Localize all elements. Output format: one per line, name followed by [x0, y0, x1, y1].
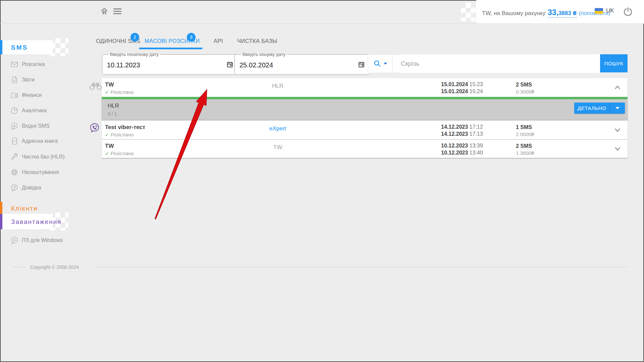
top-bar: TW, на Вашому рахунку 33,3883 ₴ (поповни…: [0, 0, 644, 24]
campaign-price: 2.0000₴: [516, 131, 534, 137]
copyright-dash: [13, 267, 26, 267]
sidebar-item-finansy[interactable]: Фінанси: [0, 87, 87, 103]
sidebar-item-label: Налаштування: [22, 169, 59, 175]
search-scope-dropdown[interactable]: [368, 55, 392, 73]
campaign-sms-count: 1 SMS: [516, 124, 532, 130]
binoculars-icon: [89, 81, 102, 90]
campaign-status: ✓Розіслано: [105, 132, 134, 137]
campaign-row[interactable]: Test viber-тест ✓Розіслано eXpert 14.12.…: [102, 121, 628, 139]
expansion-title: HLR: [108, 103, 119, 109]
sidebar-item-dovidka[interactable]: Довідка: [0, 180, 87, 195]
pie-chart-icon: [10, 107, 18, 115]
sidebar-item-label: Розсилка: [22, 61, 45, 67]
campaign-sms-count: 2 SMS: [516, 82, 532, 88]
campaign-price: 1.3800₴: [516, 150, 534, 156]
campaign-channel: TW: [256, 144, 300, 151]
account-label: TW, на Вашому рахунку: [482, 10, 545, 17]
copyright-text: Copyright © 2008-2024: [30, 264, 79, 270]
sidebar-item-vhidni-sms[interactable]: Вхідні SMS: [0, 118, 87, 134]
chevron-down-icon: [384, 63, 387, 65]
app-window: TW, на Вашому рахунку 33,3883 ₴ (поповни…: [0, 0, 644, 362]
campaign-status: ✓Розіслано: [105, 150, 134, 156]
check-icon: ✓: [105, 132, 109, 137]
calendar-icon: [358, 61, 365, 68]
campaign-row[interactable]: TW ✓Розіслано TW 10.12.2023 13:39 10.12.…: [102, 140, 628, 158]
hamburger-icon: [113, 8, 121, 14]
campaign-price: 0.3000₴: [516, 89, 534, 95]
inbox-bubble-icon: [10, 122, 18, 130]
progress-bar: [102, 97, 628, 99]
detail-split-button: ДЕТАЛЬНО: [574, 103, 625, 114]
tab-bar: ОДИНОЧНІ SMS 2 МАСОВІ РОЗСИЛКИ 3 API ЧИС…: [0, 33, 644, 49]
campaign-status: ✓Розіслано: [105, 89, 134, 95]
sidebar-section-downloads[interactable]: Завантаження: [11, 218, 62, 226]
sidebar-item-rozsylka[interactable]: Розсилка: [0, 57, 87, 72]
language-selector[interactable]: UK: [595, 7, 614, 14]
search-button[interactable]: ПОШУК: [600, 54, 628, 72]
download-bubble-icon: [10, 236, 18, 244]
chevron-down-icon: [615, 107, 620, 109]
wallet-icon: [10, 91, 18, 99]
wrench-icon: [10, 153, 18, 161]
power-icon: [623, 6, 633, 17]
gear-icon: [10, 168, 18, 176]
language-code: UK: [606, 7, 614, 14]
search-icon: [373, 60, 381, 68]
help-icon: [10, 184, 18, 192]
sidebar-item-adresna-knyha[interactable]: Адресна книга: [0, 133, 87, 149]
sidebar-item-windows-software[interactable]: ПЗ для Windows: [0, 233, 87, 248]
expansion-ratio: 3 / 1: [108, 111, 117, 117]
active-tab-underline: [139, 48, 202, 49]
campaign-dates: 10.12.2023 13:39 10.12.2023 13:40: [441, 142, 483, 156]
clients-accent-bar: [0, 202, 2, 215]
chevron-up-icon[interactable]: [614, 85, 621, 90]
tab-chystka-bazy[interactable]: ЧИСТКА БАЗЫ: [237, 38, 277, 44]
ukraine-flag-icon: [595, 8, 603, 14]
balance-frac: 3883 ₴: [558, 10, 577, 16]
address-book-icon: [10, 137, 18, 145]
campaign-name: Test viber-тест: [105, 124, 145, 131]
tab-masovi-rozsylky-badge: 3: [187, 33, 196, 42]
date-to-picker-button[interactable]: [358, 61, 365, 68]
chevron-down-icon[interactable]: [614, 146, 621, 152]
check-icon: ✓: [105, 89, 109, 95]
campaign-dates: 14.12.2023 17:12 14.12.2023 17:13: [441, 123, 483, 137]
campaign-name: TW: [105, 143, 114, 149]
tab-api[interactable]: API: [214, 38, 223, 44]
sidebar-item-label: Довідка: [22, 185, 41, 191]
sidebar-item-label: Адресна книга: [22, 138, 58, 144]
campaign-sms-count: 2 SMS: [516, 143, 532, 149]
search-input[interactable]: [400, 54, 600, 73]
date-from-picker-button[interactable]: [226, 61, 233, 68]
sidebar-item-label: Чистка баз (HLR): [22, 154, 65, 160]
chevron-down-icon[interactable]: [614, 127, 621, 133]
sidebar-section-clients[interactable]: Клієнти: [11, 205, 38, 212]
report-icon: [10, 76, 18, 84]
sidebar-item-label: Вхідні SMS: [22, 123, 50, 129]
sidebar-item-label: Звіти: [22, 77, 35, 83]
check-icon: ✓: [105, 151, 109, 156]
date-to-field: Введіть кінцеву дату 25.02.2024: [234, 52, 370, 75]
downloads-accent-bar: [0, 214, 2, 229]
balance-main: 33,: [548, 8, 558, 17]
sidebar-item-label: ПЗ для Windows: [22, 237, 63, 243]
sidebar-item-label: Фінанси: [22, 92, 42, 98]
date-from-input[interactable]: 10.11.2023: [107, 61, 140, 69]
sidebar-item-analityka[interactable]: Аналітика: [0, 103, 87, 118]
sidebar-item-nalashtuvannya[interactable]: Налаштування: [0, 165, 87, 180]
date-to-label: Введіть кінцеву дату: [241, 52, 287, 57]
campaign-expansion-panel: HLR 3 / 1 ДЕТАЛЬНО: [102, 99, 628, 120]
balance-link[interactable]: 33,3883 ₴: [548, 8, 577, 18]
envelope-icon: [10, 60, 18, 68]
home-icon: [100, 7, 109, 16]
campaign-row[interactable]: TW ✓Розіслано HLR 15.01.2024 15:23 15.01…: [102, 78, 628, 97]
menu-button[interactable]: [113, 8, 121, 14]
logout-button[interactable]: [623, 6, 633, 17]
home-button[interactable]: [100, 7, 109, 16]
campaign-channel-link[interactable]: eXpert: [256, 125, 300, 132]
detail-button[interactable]: ДЕТАЛЬНО: [574, 103, 609, 114]
sidebar-item-chystka-baz[interactable]: Чистка баз (HLR): [0, 149, 87, 165]
detail-dropdown-button[interactable]: [609, 103, 625, 114]
date-to-input[interactable]: 25.02.2024: [239, 61, 273, 69]
sidebar-item-zvity[interactable]: Звіти: [0, 72, 87, 87]
